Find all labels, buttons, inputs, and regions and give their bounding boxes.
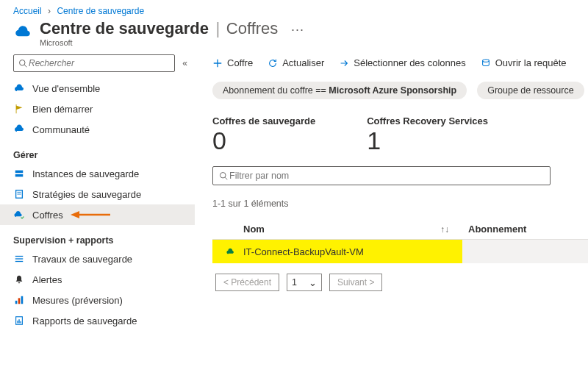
search-icon [219,171,228,180]
filter-pills: Abonnement du coffre == Microsoft Azure … [212,76,588,111]
sidebar-item-label: Bien démarrer [32,104,93,115]
svg-rect-14 [21,296,24,304]
command-bar: Coffre Actualiser Sélectionner des colon… [212,54,588,76]
vault-link[interactable]: IT-Connect-BackupVault-VM [243,246,364,257]
stat-value: 0 [212,128,315,153]
breadcrumb-home[interactable]: Accueil [13,6,42,16]
server-icon [13,168,25,179]
select-columns-button[interactable]: Sélectionner des colonnes [339,57,466,68]
sidebar-item-label: Mesures (préversion) [32,295,123,306]
stat-backup-vaults: Coffres de sauvegarde 0 [212,115,315,153]
sidebar-item-community[interactable]: Communauté [0,119,195,140]
svg-rect-17 [18,319,19,323]
page-title: Centre de sauvegarde [40,19,209,38]
sidebar-item-label: Travaux de sauvegarde [32,254,132,265]
col-header-subscription[interactable]: Abonnement [462,219,588,239]
stat-label: Coffres de sauvegarde [212,115,315,126]
query-icon [481,58,491,68]
sidebar-group-reports: Supervision + rapports [0,225,195,249]
create-vault-button[interactable]: Coffre [212,57,253,68]
collapse-sidebar-button[interactable]: « [182,58,187,68]
sidebar-search[interactable] [13,54,175,72]
stat-recovery-services: Coffres Recovery Services 1 [367,115,488,153]
svg-point-0 [20,60,26,66]
sidebar-item-metrics[interactable]: Mesures (préversion) [0,290,195,310]
sidebar-item-label: Communauté [32,124,90,135]
sidebar-item-label: Instances de sauvegarde [32,168,139,179]
svg-rect-3 [15,174,24,177]
chevron-down-icon: ⌄ [309,277,317,288]
svg-line-21 [225,177,227,179]
open-query-button[interactable]: Ouvrir la requête [481,57,567,68]
sidebar-group-manage: Gérer [0,140,195,163]
breadcrumb-center[interactable]: Centre de sauvegarde [57,6,144,16]
next-page-button[interactable]: Suivant > [329,274,382,291]
sidebar-item-label: Stratégies de sauvegarde [32,189,141,200]
report-icon [13,315,25,326]
svg-rect-12 [15,301,18,304]
backup-center-icon [13,24,32,43]
sidebar-item-policies[interactable]: Stratégies de sauvegarde [0,184,195,204]
stats-row: Coffres de sauvegarde 0 Coffres Recovery… [212,111,588,166]
svg-point-19 [482,59,489,62]
page-select[interactable]: 1 ⌄ [287,274,322,291]
flag-icon [13,103,25,115]
sidebar-item-label: Coffres [32,210,63,221]
cell-subscription [462,240,588,263]
more-button[interactable]: ··· [291,22,304,37]
sidebar-item-jobs[interactable]: Travaux de sauvegarde [0,249,195,269]
search-icon [18,59,27,68]
vaults-table: Nom ↑↓ Abonnement IT-Connect-BackupVault… [212,219,588,263]
sidebar-item-alerts[interactable]: Alertes [0,269,195,290]
sidebar-item-getstarted[interactable]: Bien démarrer [0,99,195,119]
name-filter-input[interactable] [228,170,544,182]
svg-rect-13 [18,298,21,304]
sidebar-item-label: Rapports de sauvegarde [32,315,137,326]
filter-pill-resourcegroup[interactable]: Groupe de ressource [477,82,584,99]
table-header: Nom ↑↓ Abonnement [212,219,588,240]
refresh-button[interactable]: Actualiser [268,57,324,68]
vault-icon [226,246,237,257]
chevron-right-icon: › [48,6,51,16]
sidebar-item-label: Alertes [32,274,62,285]
cloud-icon [13,82,25,94]
policy-icon [13,188,25,200]
refresh-icon [268,58,278,68]
main-content: Coffre Actualiser Sélectionner des colon… [195,54,588,338]
svg-rect-16 [17,321,18,324]
arrow-right-icon [339,58,349,68]
page-header: Centre de sauvegarde | Coffres ··· Micro… [0,18,588,54]
annotation-arrow-icon [71,209,112,221]
breadcrumb: Accueil › Centre de sauvegarde [0,0,588,18]
provider-label: Microsoft [40,38,304,47]
bell-icon [13,274,25,285]
stat-value: 1 [367,128,488,153]
sidebar-item-label: Vue d'ensemble [32,83,100,94]
svg-point-20 [220,173,226,179]
stat-label: Coffres Recovery Services [367,115,488,126]
pager: < Précédent 1 ⌄ Suivant > [212,263,588,291]
svg-rect-18 [20,321,21,324]
list-icon [13,253,25,265]
col-header-name[interactable]: Nom ↑↓ [212,219,462,239]
svg-marker-8 [71,211,79,218]
sidebar-item-backup-reports[interactable]: Rapports de sauvegarde [0,310,195,331]
table-row[interactable]: IT-Connect-BackupVault-VM [212,240,588,263]
chart-icon [13,294,25,306]
plus-icon [212,58,223,68]
name-filter[interactable] [212,166,551,185]
prev-page-button[interactable]: < Précédent [215,274,279,291]
vault-icon [13,209,25,221]
sidebar-item-vaults[interactable]: Coffres [0,204,195,225]
filter-pill-subscription[interactable]: Abonnement du coffre == Microsoft Azure … [212,82,467,99]
sidebar-item-instances[interactable]: Instances de sauvegarde [0,163,195,184]
cloud-share-icon [13,124,25,135]
svg-rect-2 [15,171,24,174]
page-subtitle: Coffres [226,19,279,38]
result-count: 1-1 sur 1 éléments [212,185,588,219]
sidebar: « Vue d'ensemble Bien démarrer Communaut… [0,54,195,338]
svg-line-1 [24,65,26,67]
sidebar-item-overview[interactable]: Vue d'ensemble [0,78,195,99]
sort-icon: ↑↓ [440,224,449,235]
sidebar-search-input[interactable] [27,57,170,69]
